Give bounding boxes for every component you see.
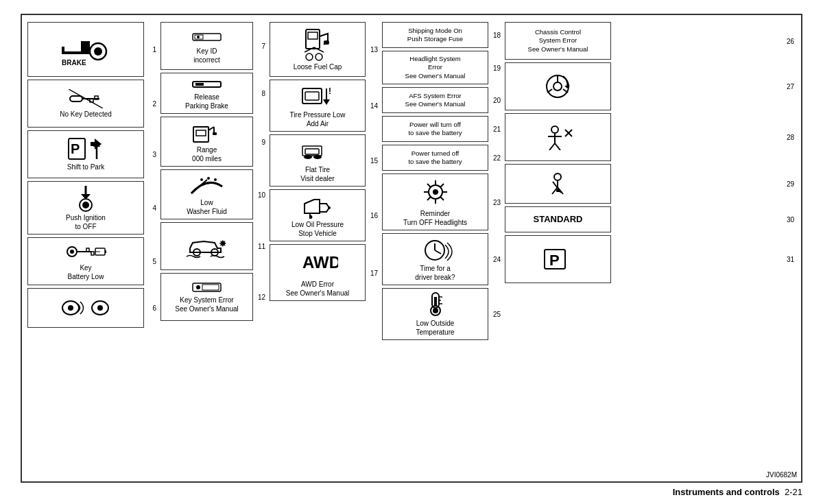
item-27-box xyxy=(505,62,611,110)
svg-point-4 xyxy=(94,47,102,56)
svg-rect-8 xyxy=(95,96,98,99)
item-11-number: 11 xyxy=(258,243,265,250)
item-30-box: STANDARD xyxy=(505,206,611,232)
item-row-16: Low Oil PressureStop Vehicle 16 xyxy=(270,189,366,241)
item-2-label: No Key Detected xyxy=(60,110,112,119)
svg-text:✸: ✸ xyxy=(219,238,227,249)
page-reference: Instruments and controls 2-21 xyxy=(673,487,802,497)
svg-rect-6 xyxy=(70,96,82,101)
item-24-number: 24 xyxy=(493,256,501,263)
item-row-26: Chassis ControlSystem ErrorSee Owner's M… xyxy=(505,22,782,60)
item-24-box: Time for adriver break? xyxy=(382,233,488,285)
item-21-label: Power will turn offto save the battery xyxy=(408,121,462,138)
svg-rect-54 xyxy=(202,285,219,290)
svg-point-58 xyxy=(306,53,313,60)
svg-rect-66 xyxy=(305,149,319,154)
svg-line-83 xyxy=(435,250,441,254)
item-7-label: Key IDincorrect xyxy=(193,47,219,64)
item-16-label: Low Oil PressureStop Vehicle xyxy=(291,220,344,238)
column-1: BRAKE 1 No Key Detected xyxy=(27,22,158,475)
item-16-box: Low Oil PressureStop Vehicle xyxy=(270,189,366,241)
item-13-label: Loose Fuel Cap xyxy=(294,62,342,71)
item-12-box: Key System ErrorSee Owner's Manual xyxy=(160,273,253,321)
item-row-12: Key System ErrorSee Owner's Manual 12 xyxy=(160,273,253,321)
item-26-number: 26 xyxy=(787,37,794,45)
footer: Instruments and controls 2-21 xyxy=(21,483,802,497)
svg-line-76 xyxy=(427,184,431,187)
item-28-number: 28 xyxy=(787,134,794,141)
column-5: Chassis ControlSystem ErrorSee Owner's M… xyxy=(505,22,796,475)
item-1-number: 1 xyxy=(152,46,156,53)
svg-text:P: P xyxy=(71,141,80,156)
svg-marker-15 xyxy=(95,152,102,161)
svg-point-53 xyxy=(196,285,200,289)
item-14-box: ! Tire Pressure LowAdd Air xyxy=(270,80,366,132)
item-3-box: P Shift to Park xyxy=(27,130,144,178)
item-18-box: Shipping Mode OnPush Storage Fuse xyxy=(382,22,488,48)
svg-marker-63 xyxy=(323,99,330,105)
item-22-box: Power turned offto save the battery xyxy=(382,145,488,171)
item-row-30: STANDARD 30 xyxy=(505,206,782,232)
svg-text:AWD: AWD xyxy=(302,253,338,272)
item-row-19: Headlight SystemErrorSee Owner's Manual … xyxy=(382,51,488,84)
svg-point-31 xyxy=(68,305,73,311)
item-8-number: 8 xyxy=(261,90,265,97)
item-row-23: ReminderTurn OFF Headlights 23 xyxy=(382,173,488,230)
item-18-label: Shipping Mode OnPush Storage Fuse xyxy=(407,27,463,44)
item-row-5: KeyBattery Low 5 xyxy=(27,237,144,285)
column-3: Loose Fuel Cap 13 ! xyxy=(270,22,379,475)
item-row-2: No Key Detected 2 xyxy=(27,80,144,128)
svg-rect-28 xyxy=(105,250,106,253)
svg-text:BRAKE: BRAKE xyxy=(62,59,86,65)
svg-point-97 xyxy=(551,126,558,133)
svg-point-87 xyxy=(433,308,438,313)
item-row-27: 27 xyxy=(505,62,782,110)
item-11-box: ✸ xyxy=(160,222,253,270)
item-25-label: Low OutsideTemperature xyxy=(416,319,454,337)
item-row-9: Range000 miles 9 xyxy=(160,117,253,167)
item-row-18: Shipping Mode OnPush Storage Fuse 18 xyxy=(382,22,488,48)
item-8-label: ReleaseParking Brake xyxy=(185,93,228,110)
svg-point-104 xyxy=(554,173,561,180)
svg-point-69 xyxy=(328,206,331,209)
item-15-label: Flat TireVisit dealer xyxy=(300,165,334,183)
svg-point-67 xyxy=(304,155,312,159)
item-row-29: 29 xyxy=(505,164,782,204)
item-31-box: P xyxy=(505,235,611,283)
item-row-24: Time for adriver break? 24 xyxy=(382,233,488,285)
item-row-14: ! Tire Pressure LowAdd Air 14 xyxy=(270,80,366,132)
item-12-number: 12 xyxy=(258,293,265,301)
item-22-number: 22 xyxy=(493,154,501,162)
item-row-13: Loose Fuel Cap 13 xyxy=(270,22,366,77)
figure-id: JVI0682M xyxy=(766,471,797,479)
item-16-number: 16 xyxy=(370,212,378,219)
page-chapter: Instruments and controls xyxy=(673,487,780,497)
svg-point-46 xyxy=(207,177,210,180)
item-1-box: BRAKE xyxy=(27,22,144,77)
item-row-1: BRAKE 1 xyxy=(27,22,144,77)
item-10-box: LowWasher Fluid xyxy=(160,169,253,219)
svg-point-36 xyxy=(197,36,200,38)
item-row-7: Key IDincorrect 7 xyxy=(160,22,253,70)
item-17-label: AWD ErrorSee Owner's Manual xyxy=(286,280,350,298)
item-6-box xyxy=(27,288,144,328)
svg-point-68 xyxy=(313,155,322,159)
svg-rect-61 xyxy=(305,92,319,100)
item-25-number: 25 xyxy=(493,311,501,318)
svg-point-23 xyxy=(70,250,74,254)
item-row-6: 6 xyxy=(27,288,144,328)
item-5-box: KeyBattery Low xyxy=(27,237,144,285)
item-2-number: 2 xyxy=(152,100,156,108)
item-row-21: Power will turn offto save the battery 2… xyxy=(382,116,488,142)
item-20-box: AFS System ErrorSee Owner's Manual xyxy=(382,87,488,113)
svg-rect-44 xyxy=(213,132,217,135)
item-4-number: 4 xyxy=(152,204,156,212)
item-29-box xyxy=(505,164,611,204)
svg-point-80 xyxy=(433,189,438,195)
item-31-number: 31 xyxy=(787,256,794,263)
svg-rect-56 xyxy=(308,32,318,39)
item-7-box: Key IDincorrect xyxy=(160,22,253,70)
item-row-31: P 31 xyxy=(505,235,782,283)
item-3-label: Shift to Park xyxy=(67,163,104,171)
item-9-box: Range000 miles xyxy=(160,117,253,167)
